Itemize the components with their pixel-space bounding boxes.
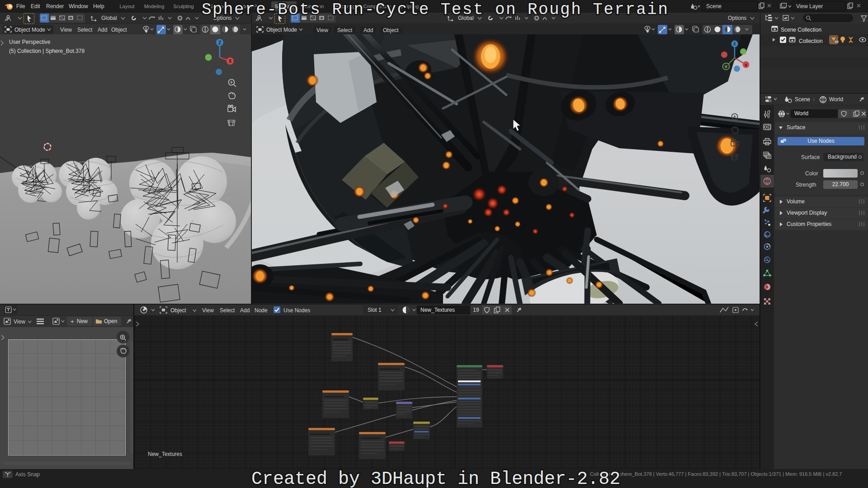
- svg-text:Created by 3DHaupt in Blender-: Created by 3DHaupt in Blender-2.82: [251, 469, 620, 488]
- svg-text:Sphere-Bots Run-Cycle Test on: Sphere-Bots Run-Cycle Test on Rough Terr…: [202, 0, 668, 19]
